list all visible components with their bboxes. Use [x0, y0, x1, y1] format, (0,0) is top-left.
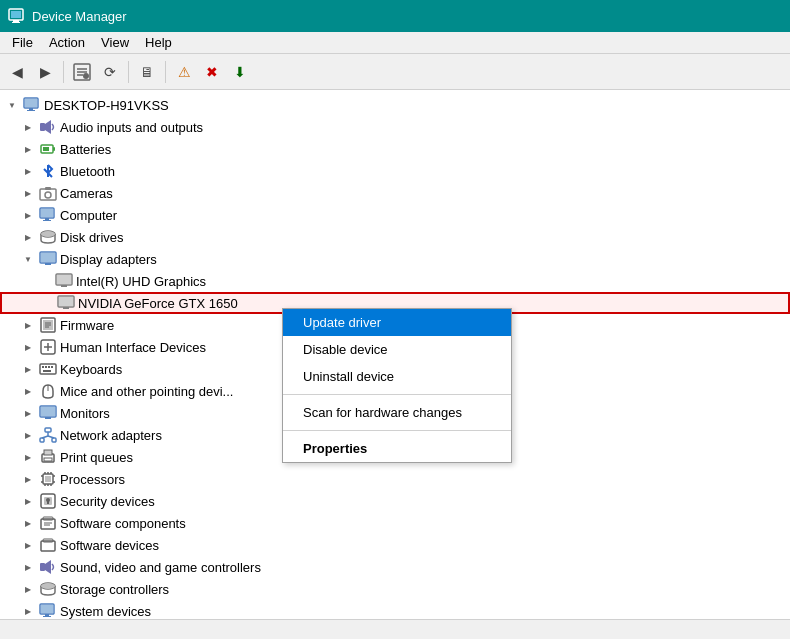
tree-processors[interactable]: Processors	[0, 468, 790, 490]
hid-icon	[39, 338, 57, 356]
sound-expand-icon[interactable]	[20, 559, 36, 575]
refresh-button[interactable]: ⟳	[97, 59, 123, 85]
sw-components-icon	[39, 514, 57, 532]
tree-sw-components[interactable]: Software components	[0, 512, 790, 534]
tree-system[interactable]: System devices	[0, 600, 790, 619]
tree-sound[interactable]: Sound, video and game controllers	[0, 556, 790, 578]
bluetooth-expand-icon[interactable]	[20, 163, 36, 179]
tree-sw-devices[interactable]: Software devices	[0, 534, 790, 556]
network-expand-icon[interactable]	[20, 427, 36, 443]
svg-rect-84	[40, 563, 45, 571]
svg-rect-3	[12, 22, 20, 23]
audio-expand-icon[interactable]	[20, 119, 36, 135]
svg-rect-44	[42, 366, 44, 368]
tree-intel-gpu[interactable]: Intel(R) UHD Graphics	[0, 270, 790, 292]
svg-point-25	[41, 231, 55, 237]
firmware-expand-icon[interactable]	[20, 317, 36, 333]
tree-display[interactable]: Display adapters	[0, 248, 790, 270]
storage-label: Storage controllers	[60, 582, 790, 597]
ctx-disable-device[interactable]: Disable device	[283, 336, 511, 363]
intel-gpu-icon	[55, 272, 73, 290]
cameras-icon	[39, 184, 57, 202]
svg-line-58	[48, 436, 54, 438]
mice-expand-icon[interactable]	[20, 383, 36, 399]
print-expand-icon[interactable]	[20, 449, 36, 465]
svg-rect-1	[11, 11, 21, 18]
properties-button[interactable]	[69, 59, 95, 85]
nvidia-gpu-icon	[57, 294, 75, 312]
tree-security[interactable]: Security devices	[0, 490, 790, 512]
root-expand-icon[interactable]	[4, 97, 20, 113]
ctx-update-driver[interactable]: Update driver	[283, 309, 511, 336]
back-button[interactable]: ◀	[4, 59, 30, 85]
svg-rect-48	[43, 370, 51, 372]
cameras-expand-icon[interactable]	[20, 185, 36, 201]
security-expand-icon[interactable]	[20, 493, 36, 509]
svg-rect-33	[59, 297, 73, 306]
tree-audio[interactable]: Audio inputs and outputs	[0, 116, 790, 138]
svg-rect-10	[25, 99, 37, 107]
tree-disk[interactable]: Disk drives	[0, 226, 790, 248]
tree-bluetooth[interactable]: Bluetooth	[0, 160, 790, 182]
svg-rect-55	[52, 438, 56, 442]
sw-components-label: Software components	[60, 516, 790, 531]
disk-expand-icon[interactable]	[20, 229, 36, 245]
toolbar-sep-2	[128, 61, 129, 83]
firmware-icon	[39, 316, 57, 334]
menu-file[interactable]: File	[4, 32, 41, 54]
warn-button[interactable]: ⚠	[171, 59, 197, 85]
computer-label: Computer	[60, 208, 790, 223]
audio-icon	[39, 118, 57, 136]
ctx-properties[interactable]: Properties	[283, 435, 511, 462]
monitors-expand-icon[interactable]	[20, 405, 36, 421]
storage-icon	[39, 580, 57, 598]
bluetooth-label: Bluetooth	[60, 164, 790, 179]
svg-rect-16	[43, 147, 49, 151]
print-icon	[39, 448, 57, 466]
security-icon	[39, 492, 57, 510]
tree-root[interactable]: DESKTOP-H91VKSS	[0, 94, 790, 116]
sw-components-expand-icon[interactable]	[20, 515, 36, 531]
menu-view[interactable]: View	[93, 32, 137, 54]
monitors-icon	[39, 404, 57, 422]
tree-computer[interactable]: Computer	[0, 204, 790, 226]
computer-expand-icon[interactable]	[20, 207, 36, 223]
svg-rect-23	[43, 220, 51, 221]
tree-storage[interactable]: Storage controllers	[0, 578, 790, 600]
svg-rect-53	[45, 428, 51, 432]
sw-devices-icon	[39, 536, 57, 554]
menu-action[interactable]: Action	[41, 32, 93, 54]
context-menu: Update driver Disable device Uninstall d…	[282, 308, 512, 463]
system-expand-icon[interactable]	[20, 603, 36, 619]
ctx-scan[interactable]: Scan for hardware changes	[283, 399, 511, 426]
title-bar-text: Device Manager	[32, 9, 127, 24]
processors-label: Processors	[60, 472, 790, 487]
menu-bar: File Action View Help	[0, 32, 790, 54]
tree-cameras[interactable]: Cameras	[0, 182, 790, 204]
tree-batteries[interactable]: Batteries	[0, 138, 790, 160]
menu-help[interactable]: Help	[137, 32, 180, 54]
storage-expand-icon[interactable]	[20, 581, 36, 597]
hid-expand-icon[interactable]	[20, 339, 36, 355]
update-driver-toolbar-button[interactable]: ⬇	[227, 59, 253, 85]
forward-button[interactable]: ▶	[32, 59, 58, 85]
svg-rect-77	[47, 501, 49, 504]
svg-rect-90	[43, 616, 51, 617]
keyboards-expand-icon[interactable]	[20, 361, 36, 377]
root-label: DESKTOP-H91VKSS	[44, 98, 790, 113]
display-button[interactable]: 🖥	[134, 59, 160, 85]
root-computer-icon	[23, 96, 41, 114]
toolbar: ◀ ▶ ⟳ 🖥 ⚠ ✖ ⬇	[0, 54, 790, 90]
title-bar: Device Manager	[0, 0, 790, 32]
svg-rect-21	[41, 209, 53, 217]
batteries-expand-icon[interactable]	[20, 141, 36, 157]
svg-rect-52	[45, 417, 51, 419]
sw-devices-expand-icon[interactable]	[20, 537, 36, 553]
intel-expand-icon	[36, 273, 52, 289]
display-expand-icon[interactable]	[20, 251, 36, 267]
processors-expand-icon[interactable]	[20, 471, 36, 487]
uninstall-button[interactable]: ✖	[199, 59, 225, 85]
ctx-uninstall-device[interactable]: Uninstall device	[283, 363, 511, 390]
svg-rect-34	[63, 307, 69, 309]
svg-point-8	[83, 73, 89, 79]
